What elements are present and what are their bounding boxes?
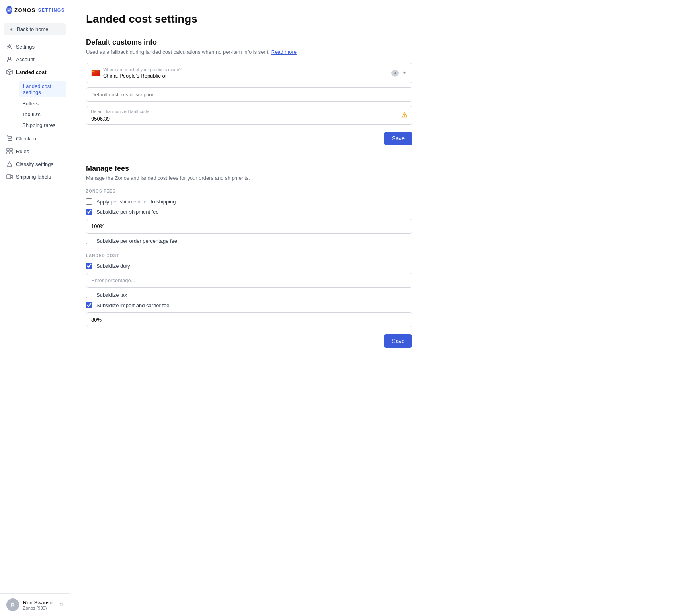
subsidize-tax-row: Subsidize tax xyxy=(86,292,412,298)
brand-settings: SETTINGS xyxy=(38,8,65,12)
country-actions: ✕ xyxy=(391,70,407,77)
tariff-code-group: Default harmonized tariff code xyxy=(86,106,412,125)
svg-point-2 xyxy=(8,57,11,59)
sidebar-item-account-label: Account xyxy=(16,57,35,62)
triangle-icon xyxy=(6,161,13,167)
svg-point-1 xyxy=(9,46,11,48)
sidebar-item-landed-cost[interactable]: Landed cost xyxy=(0,66,70,78)
sidebar-item-settings[interactable]: Settings xyxy=(0,40,70,53)
sub-nav-buffers-label: Buffers xyxy=(22,101,39,107)
main-content: Landed cost settings Default customs inf… xyxy=(70,0,428,616)
duty-percentage-input[interactable] xyxy=(86,273,412,288)
subsidize-import-carrier-label[interactable]: Subsidize import and carrier fee xyxy=(96,302,170,308)
svg-point-4 xyxy=(11,140,12,141)
shipment-fee-percentage-input[interactable] xyxy=(86,219,412,234)
cart-icon xyxy=(6,135,13,142)
sub-nav-item-landed-cost-settings[interactable]: Landed cost settings xyxy=(19,81,66,97)
subsidize-duty-label[interactable]: Subsidize duty xyxy=(96,263,130,269)
subsidize-shipment-fee-checkbox[interactable] xyxy=(86,209,92,215)
avatar: R xyxy=(6,598,19,611)
sidebar-item-account[interactable]: Account xyxy=(0,53,70,66)
fees-section-desc: Manage the Zonos and landed cost fees fo… xyxy=(86,175,412,181)
sub-nav-shipping-rates-label: Shipping rates xyxy=(22,122,55,128)
clear-country-icon[interactable]: ✕ xyxy=(391,70,399,77)
brand-name: ZONOS xyxy=(14,7,36,13)
arrow-left-icon xyxy=(9,27,14,32)
sidebar-item-landed-cost-label: Landed cost xyxy=(16,69,47,75)
back-button-label: Back to home xyxy=(17,26,49,32)
svg-rect-5 xyxy=(7,148,9,151)
sidebar-item-shipping-labels[interactable]: Shipping labels xyxy=(0,170,70,183)
user-profile[interactable]: R Ron Swanson Zonos (909) ⇅ xyxy=(0,593,70,616)
sidebar: ZONOS SETTINGS Back to home Settings Acc… xyxy=(0,0,70,616)
svg-rect-8 xyxy=(10,152,12,154)
sidebar-item-classify-settings[interactable]: Classify settings xyxy=(0,158,70,170)
subsidize-order-pct-checkbox[interactable] xyxy=(86,238,92,244)
sub-nav-item-buffers[interactable]: Buffers xyxy=(16,98,70,109)
fees-save-row: Save xyxy=(86,331,412,348)
tariff-code-input[interactable] xyxy=(86,106,412,125)
grid-icon xyxy=(6,148,13,154)
user-info: Ron Swanson Zonos (909) xyxy=(23,600,55,610)
subsidize-import-carrier-checkbox[interactable] xyxy=(86,302,92,308)
sidebar-item-shipping-labels-label: Shipping labels xyxy=(16,174,51,180)
subsidize-tax-label[interactable]: Subsidize tax xyxy=(96,292,127,298)
country-info: Where are most of your products made? Ch… xyxy=(103,67,182,79)
fees-section-title: Manage fees xyxy=(86,164,412,173)
sidebar-item-rules-label: Rules xyxy=(16,148,29,154)
apply-shipment-fee-label[interactable]: Apply per shipment fee to shipping xyxy=(96,199,176,205)
customs-section-desc: Used as a fallback during landed cost ca… xyxy=(86,49,412,55)
subsidize-shipment-fee-label[interactable]: Subsidize per shipment fee xyxy=(96,209,159,215)
logo-icon xyxy=(6,6,12,14)
back-to-home-button[interactable]: Back to home xyxy=(4,23,66,35)
svg-point-3 xyxy=(9,140,10,141)
subsidize-import-carrier-row: Subsidize import and carrier fee xyxy=(86,302,412,308)
zonos-fees-label: ZONOS FEES xyxy=(86,189,412,193)
fees-save-button[interactable]: Save xyxy=(384,334,412,348)
subsidize-shipment-fee-row: Subsidize per shipment fee xyxy=(86,209,412,215)
brand-logo: ZONOS SETTINGS xyxy=(0,0,70,20)
customs-section: Default customs info Used as a fallback … xyxy=(86,38,412,145)
subsidize-duty-checkbox[interactable] xyxy=(86,263,92,269)
nav-section-main: Settings Account Landed cost xyxy=(0,39,70,80)
subsidize-duty-row: Subsidize duty xyxy=(86,263,412,269)
svg-rect-9 xyxy=(7,175,11,179)
warning-icon xyxy=(401,111,408,119)
expand-icon: ⇅ xyxy=(59,602,63,608)
subsidize-order-pct-label[interactable]: Subsidize per order percentage fee xyxy=(96,238,177,244)
label-icon xyxy=(6,173,13,180)
customs-desc-text: Used as a fallback during landed cost ca… xyxy=(86,49,270,55)
sub-nav-item-shipping-rates[interactable]: Shipping rates xyxy=(16,120,70,131)
sidebar-item-checkout[interactable]: Checkout xyxy=(0,132,70,145)
read-more-link[interactable]: Read more xyxy=(271,49,297,55)
customs-description-input[interactable] xyxy=(86,87,412,102)
import-carrier-percentage-input[interactable] xyxy=(86,312,412,327)
box-icon xyxy=(6,69,13,75)
country-question: Where are most of your products made? xyxy=(103,67,182,72)
sidebar-item-settings-label: Settings xyxy=(16,44,35,50)
sidebar-item-rules[interactable]: Rules xyxy=(0,145,70,158)
sub-nav: Landed cost settings Buffers Tax ID's Sh… xyxy=(0,80,70,131)
user-name: Ron Swanson xyxy=(23,600,55,606)
svg-rect-6 xyxy=(10,148,12,151)
sidebar-item-classify-settings-label: Classify settings xyxy=(16,161,53,167)
fees-section: Manage fees Manage the Zonos and landed … xyxy=(86,164,412,348)
sub-nav-landed-cost-settings-label: Landed cost settings xyxy=(23,83,51,95)
customs-section-title: Default customs info xyxy=(86,38,412,47)
subsidize-tax-checkbox[interactable] xyxy=(86,292,92,298)
customs-description-group xyxy=(86,87,412,102)
sub-nav-tax-ids-label: Tax ID's xyxy=(22,111,41,117)
subsidize-order-pct-row: Subsidize per order percentage fee xyxy=(86,238,412,244)
apply-shipment-fee-row: Apply per shipment fee to shipping xyxy=(86,198,412,205)
user-org: Zonos (909) xyxy=(23,606,55,610)
sidebar-item-checkout-label: Checkout xyxy=(16,136,38,142)
chevron-down-icon[interactable] xyxy=(402,70,407,76)
person-icon xyxy=(6,56,13,62)
customs-save-row: Save xyxy=(86,129,412,145)
sub-nav-item-tax-ids[interactable]: Tax ID's xyxy=(16,109,70,120)
country-selector[interactable]: 🇨🇳 Where are most of your products made?… xyxy=(86,63,412,83)
page-title: Landed cost settings xyxy=(86,13,412,25)
apply-shipment-fee-checkbox[interactable] xyxy=(86,198,92,205)
customs-save-button[interactable]: Save xyxy=(384,132,412,145)
landed-cost-fees-label: LANDED COST xyxy=(86,253,412,258)
